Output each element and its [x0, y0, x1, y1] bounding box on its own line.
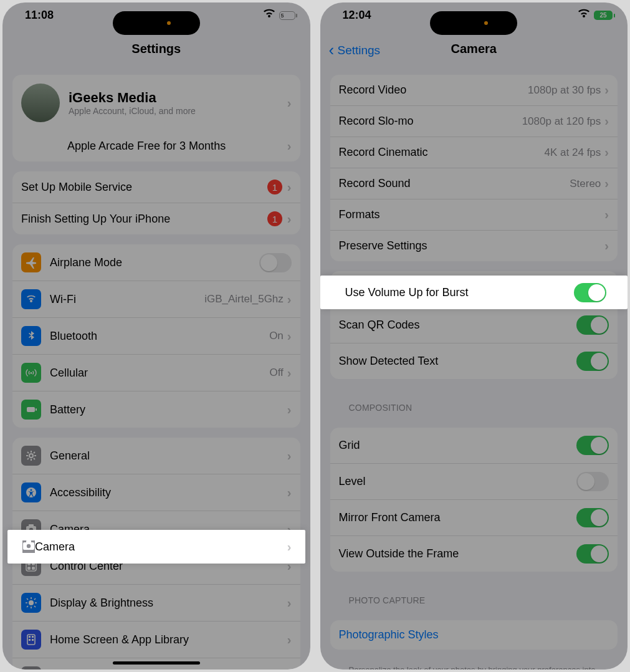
chevron-right-icon: ›	[287, 139, 292, 153]
settings-row-home-screen-app-library[interactable]: Home Screen & App Library ›	[12, 622, 300, 658]
camera-row-preserve-settings[interactable]: Preserve Settings ›	[330, 231, 618, 261]
settings-row-general[interactable]: General ›	[12, 438, 300, 474]
chevron-right-icon: ›	[287, 329, 292, 343]
toggle-row-show-detected-text[interactable]: Show Detected Text	[330, 343, 618, 379]
toggle[interactable]	[576, 544, 609, 564]
svg-point-4	[31, 489, 32, 491]
settings-row-battery[interactable]: Battery›	[12, 391, 300, 428]
toggle-row-mirror-front-camera[interactable]: Mirror Front Camera	[330, 500, 618, 536]
svg-point-2	[29, 454, 33, 458]
chevron-right-icon: ›	[604, 83, 609, 97]
plane-icon	[21, 252, 41, 272]
camera-row-record-cinematic[interactable]: Record Cinematic 4K at 24 fps ›	[330, 137, 618, 168]
svg-rect-11	[27, 567, 31, 570]
camera-row-record-sound[interactable]: Record Sound Stereo ›	[330, 168, 618, 199]
photo-capture-header: PHOTO CAPTURE	[330, 582, 618, 610]
acc-icon	[21, 482, 41, 502]
settings-row-cellular[interactable]: CellularOff›	[12, 355, 300, 391]
home-icon	[21, 630, 41, 650]
chevron-right-icon: ›	[287, 366, 292, 380]
toggle[interactable]	[259, 253, 292, 272]
chevron-right-icon: ›	[287, 596, 292, 610]
toggle-row-view-outside-the-frame[interactable]: View Outside the Frame	[330, 536, 618, 572]
camera-icon	[22, 540, 35, 553]
chevron-right-icon: ›	[287, 96, 292, 110]
svg-point-21	[27, 544, 31, 548]
toggle-row-scan-qr-codes[interactable]: Scan QR Codes	[330, 307, 618, 343]
camera-row-record-slo-mo[interactable]: Record Slo-mo 1080p at 120 fps ›	[330, 106, 618, 137]
wifi-icon	[263, 9, 275, 22]
account-name: iGeeks Media	[69, 90, 196, 106]
toggle-row-grid[interactable]: Grid	[330, 428, 618, 464]
apple-account-row[interactable]: iGeeks Media Apple Account, iCloud, and …	[12, 75, 300, 131]
settings-row-accessibility[interactable]: Accessibility ›	[12, 474, 300, 511]
chevron-left-icon: ‹	[329, 41, 335, 59]
wifi-icon	[578, 9, 590, 22]
volume-burst-label: Use Volume Up for Burst	[345, 286, 575, 299]
gear-icon	[21, 446, 41, 466]
chevron-right-icon: ›	[287, 540, 292, 554]
bt-icon	[21, 326, 41, 346]
status-bar: 11:08 5	[2, 2, 310, 24]
svg-rect-14	[27, 635, 35, 645]
wifi-icon	[21, 289, 41, 309]
camera-row-formats[interactable]: Formats ›	[330, 199, 618, 231]
settings-row-display-brightness[interactable]: Display & Brightness ›	[12, 585, 300, 622]
photographic-styles-footnote: Personalize the look of your photos by b…	[330, 660, 618, 670]
svg-rect-17	[29, 639, 31, 641]
chevron-right-icon: ›	[287, 292, 292, 307]
chevron-right-icon: ›	[287, 633, 292, 647]
svg-rect-1	[36, 408, 37, 411]
svg-rect-22	[26, 540, 31, 543]
chevron-right-icon: ›	[287, 486, 292, 500]
back-button[interactable]: ‹ Settings	[329, 41, 381, 60]
camera-row-record-video[interactable]: Record Video 1080p at 30 fps ›	[330, 75, 618, 106]
nav-title: Settings	[2, 24, 310, 65]
volume-burst-toggle[interactable]	[574, 283, 606, 302]
apple-arcade-row[interactable]: Apple Arcade Free for 3 Months ›	[59, 131, 300, 161]
setup-row[interactable]: Finish Setting Up Your iPhone 1 ›	[12, 203, 300, 234]
svg-rect-15	[29, 636, 31, 638]
setup-row[interactable]: Set Up Mobile Service 1 ›	[12, 171, 300, 203]
toggle[interactable]	[576, 472, 609, 491]
svg-rect-7	[29, 524, 34, 527]
badge: 1	[267, 211, 282, 226]
status-bar: 12:04 25	[320, 2, 628, 24]
chevron-right-icon: ›	[604, 145, 609, 160]
svg-rect-0	[27, 407, 35, 412]
chevron-right-icon: ›	[604, 114, 609, 128]
svg-rect-18	[32, 639, 34, 641]
search-icon	[21, 666, 41, 670]
settings-screen: 11:08 5 Settings iGeeks Media Apple Acco…	[2, 2, 310, 670]
toggle[interactable]	[576, 436, 609, 455]
clock: 11:08	[25, 9, 54, 22]
svg-rect-12	[32, 567, 35, 570]
photographic-styles-row[interactable]: Photographic Styles	[330, 620, 618, 650]
settings-row-airplane-mode[interactable]: Airplane Mode	[12, 244, 300, 281]
disp-icon	[21, 593, 41, 613]
chevron-right-icon: ›	[604, 239, 609, 253]
toggle[interactable]	[576, 352, 609, 371]
chevron-right-icon: ›	[604, 176, 609, 191]
batt-icon	[21, 400, 41, 420]
home-indicator[interactable]	[113, 661, 200, 665]
svg-rect-16	[32, 636, 34, 638]
settings-row-wi-fi[interactable]: Wi-FiiGB_Airtel_5Ghz›	[12, 281, 300, 318]
chevron-right-icon: ›	[287, 212, 292, 226]
account-subtitle: Apple Account, iCloud, and more	[69, 106, 196, 116]
cell-icon	[21, 363, 41, 383]
nav-title: Camera	[451, 42, 497, 55]
camera-settings-screen: 12:04 25 ‹ Settings Camera Record Video …	[320, 2, 628, 670]
battery-icon: 5	[279, 11, 295, 20]
battery-icon: 25	[594, 11, 613, 20]
toggle[interactable]	[576, 315, 609, 335]
chevron-right-icon: ›	[287, 403, 292, 417]
composition-header: COMPOSITION	[330, 389, 618, 418]
camera-row-label[interactable]: Camera	[35, 540, 287, 554]
toggle-row-level[interactable]: Level	[330, 464, 618, 500]
clock: 12:04	[343, 9, 371, 22]
toggle[interactable]	[576, 508, 609, 527]
settings-row-bluetooth[interactable]: BluetoothOn›	[12, 318, 300, 355]
nav-bar: ‹ Settings Camera	[320, 24, 628, 65]
badge: 1	[267, 180, 282, 194]
